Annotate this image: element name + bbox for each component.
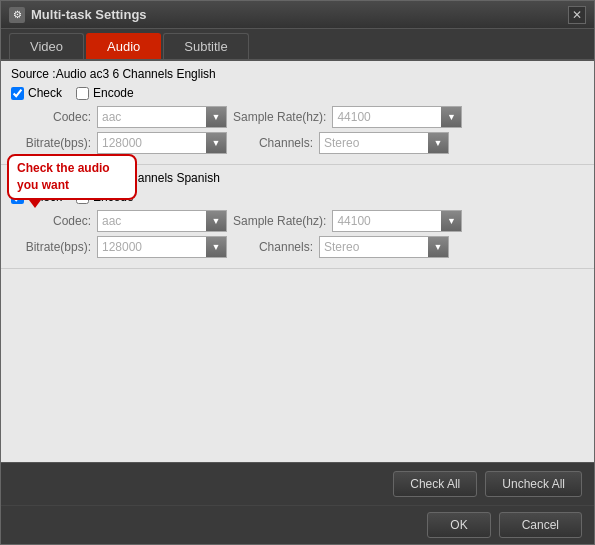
sample-rate-dropdown-2[interactable]: 44100 ▼ [332, 210, 462, 232]
fields-row-codec-2: Codec: aac ▼ Sample Rate(hz): 44100 ▼ [11, 210, 584, 232]
audio-section-1: Source :Audio ac3 6 Channels English Che… [1, 61, 594, 165]
sample-rate-dropdown-arrow-1[interactable]: ▼ [441, 107, 461, 127]
tab-video[interactable]: Video [9, 33, 84, 59]
tooltip-bubble: Check the audio you want [7, 154, 137, 200]
bitrate-label-1: Bitrate(bps): [11, 136, 91, 150]
check-checkbox-1[interactable] [11, 87, 24, 100]
check-encode-row-1: Check Encode [11, 86, 584, 100]
channels-dropdown-arrow-2[interactable]: ▼ [428, 237, 448, 257]
content-area: Check the audio you want Source :Audio a… [1, 61, 594, 462]
bitrate-dropdown-arrow-1[interactable]: ▼ [206, 133, 226, 153]
uncheck-all-button[interactable]: Uncheck All [485, 471, 582, 497]
tab-audio[interactable]: Audio [86, 33, 161, 59]
footer-check-row: Check All Uncheck All [1, 462, 594, 505]
channels-dropdown-arrow-1[interactable]: ▼ [428, 133, 448, 153]
bitrate-label-2: Bitrate(bps): [11, 240, 91, 254]
sample-rate-dropdown-1[interactable]: 44100 ▼ [332, 106, 462, 128]
empty-area [1, 269, 594, 462]
codec-dropdown-2[interactable]: aac ▼ [97, 210, 227, 232]
source-label-1: Source :Audio ac3 6 Channels English [11, 67, 584, 81]
sample-rate-label-1: Sample Rate(hz): [233, 110, 326, 124]
codec-label-2: Codec: [11, 214, 91, 228]
codec-dropdown-1[interactable]: aac ▼ [97, 106, 227, 128]
app-icon: ⚙ [9, 7, 25, 23]
title-bar: ⚙ Multi-task Settings ✕ [1, 1, 594, 29]
check-all-button[interactable]: Check All [393, 471, 477, 497]
encode-checkbox-1[interactable] [76, 87, 89, 100]
ok-button[interactable]: OK [427, 512, 490, 538]
channels-label-1: Channels: [233, 136, 313, 150]
tab-subtitle[interactable]: Subtitle [163, 33, 248, 59]
ok-cancel-row: OK Cancel [1, 505, 594, 544]
channels-dropdown-2[interactable]: Stereo ▼ [319, 236, 449, 258]
check-label-1[interactable]: Check [11, 86, 62, 100]
bitrate-dropdown-2[interactable]: 128000 ▼ [97, 236, 227, 258]
sample-rate-label-2: Sample Rate(hz): [233, 214, 326, 228]
channels-label-2: Channels: [233, 240, 313, 254]
codec-label-1: Codec: [11, 110, 91, 124]
encode-label-1[interactable]: Encode [76, 86, 134, 100]
sample-rate-dropdown-arrow-2[interactable]: ▼ [441, 211, 461, 231]
channels-dropdown-1[interactable]: Stereo ▼ [319, 132, 449, 154]
codec-dropdown-arrow-1[interactable]: ▼ [206, 107, 226, 127]
bitrate-dropdown-arrow-2[interactable]: ▼ [206, 237, 226, 257]
window-title: Multi-task Settings [31, 7, 568, 22]
cancel-button[interactable]: Cancel [499, 512, 582, 538]
fields-row-bitrate-2: Bitrate(bps): 128000 ▼ Channels: Stereo … [11, 236, 584, 258]
bitrate-dropdown-1[interactable]: 128000 ▼ [97, 132, 227, 154]
tabs-bar: Video Audio Subtitle [1, 29, 594, 61]
codec-dropdown-arrow-2[interactable]: ▼ [206, 211, 226, 231]
fields-row-codec-1: Codec: aac ▼ Sample Rate(hz): 44100 ▼ [11, 106, 584, 128]
main-window: ⚙ Multi-task Settings ✕ Video Audio Subt… [0, 0, 595, 545]
fields-row-bitrate-1: Bitrate(bps): 128000 ▼ Channels: Stereo … [11, 132, 584, 154]
close-button[interactable]: ✕ [568, 6, 586, 24]
